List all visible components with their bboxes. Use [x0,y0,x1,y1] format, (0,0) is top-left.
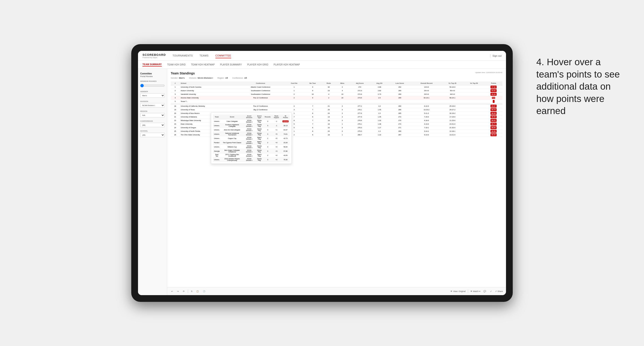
cell-rnds [322,100,336,103]
col-vs-top25: Vs Top 25 [442,81,463,85]
cell-rnds: 30 [322,85,336,89]
sub-nav-player-summary[interactable]: PLAYER SUMMARY [220,63,242,66]
copy-button[interactable]: ⎘ [190,290,193,293]
annotation-text: 4. Hover over a team's points to see add… [536,56,626,117]
cell-avg-sg: 1.32 [371,119,388,122]
table-row[interactable]: 1 University of North Carolina Atlantic … [171,85,502,89]
cell-low-score: 272 [388,115,411,119]
top-nav: SCOREBOARD Powered by clippd TOURNAMENTS… [138,51,506,61]
cell-low-score: 260 [388,104,411,108]
sidebar-title: Committee [140,72,165,75]
cell-points[interactable]: 88.99 [485,130,502,133]
cell-adj-score: 278.3 [349,126,370,130]
cell-rank: 4 [171,96,180,100]
cell-points[interactable]: 88.54 [485,126,502,130]
cell-points[interactable]: 83.07 [485,104,502,108]
cell-points[interactable]: 88.48 [485,115,502,119]
cell-adj-score: 273.5 [349,96,370,100]
tooltip-col-team: Team [213,115,220,119]
cell-wins: 2 [336,85,349,89]
cell-points[interactable]: 88.70 [485,108,502,112]
col-rank: # [171,81,180,85]
filter-conference: Conference: All [232,77,247,79]
col-adj-score: Adj Score [349,81,370,85]
sidebar-school-label: School [140,130,165,132]
cell-points[interactable]: 90.32 [485,93,502,96]
table-row[interactable]: 18 University of California, Berkeley Pa… [171,104,502,108]
cell-low-score: 265 [388,96,411,100]
nav-items: TOURNAMENTS TEAMS COMMITTEE [172,53,490,58]
min-rounds-slider[interactable] [140,84,165,87]
table-row[interactable]: 4 Arizona State University Pac-12 Confer… [171,96,502,100]
cell-no-tour: 9 [304,96,322,100]
cell-no-tour [304,100,322,103]
view-original-button[interactable]: 👁 View: Original [450,290,466,292]
tooltip-col-event: Event [220,115,244,119]
cell-no-tour: 6 [304,133,322,137]
school-select[interactable]: (All) [140,133,165,137]
cell-points[interactable]: 88.41 [485,119,502,122]
cell-points[interactable]: 88.71 [485,122,502,126]
points-tooltip: Team Event Event Division Event Type Rou… [211,113,292,164]
redo-button[interactable]: ↪ [176,290,180,293]
sidebar-division: Division NCAA Division I [140,100,165,108]
nav-committee[interactable]: COMMITTEE [216,53,231,58]
cell-adj-score: 280.7 [349,133,370,137]
sub-nav-team-h2h-heatmap[interactable]: TEAM H2H HEATMAP [191,63,215,66]
table-row[interactable]: 3 Vanderbilt University Southeastern Con… [171,93,502,96]
sub-nav-player-h2h-heatmap[interactable]: PLAYER H2H HEATMAP [274,63,300,66]
sub-nav-player-h2h-grid[interactable]: PLAYER H2H GRID [247,63,268,66]
cell-points[interactable]: 79.5 [485,96,502,100]
cell-vs-top25: 50-10-0 [442,85,463,89]
cell-vs-top25: 12-18-1 [442,130,463,133]
expand-button[interactable]: ⤢ [489,290,493,293]
table-row[interactable]: 5 Texas T... [171,100,502,103]
conference-select[interactable]: (All) [140,123,165,127]
reset-button[interactable]: ⟳ [182,290,186,293]
table-row[interactable]: 19 University of Texas Big 12 Conference… [171,108,502,112]
paste-button[interactable]: 📋 [196,290,200,293]
sub-nav-team-summary[interactable]: TEAM SUMMARY [142,63,162,67]
cell-rnds: 18 [322,119,336,122]
cell-points[interactable]: 97.02 [485,85,502,89]
sign-out-button[interactable]: Sign out [492,54,502,57]
cell-vs-top50 [463,112,485,115]
cell-vs-top50 [463,122,485,126]
table-row[interactable]: 2 Auburn University Southeastern Confere… [171,89,502,93]
watch-button[interactable]: 👁 Watch ▾ [470,290,480,292]
cell-adj-score: 278.1 [349,108,370,112]
cell-wins: 2 [336,112,349,115]
undo-button[interactable]: ↩ [170,290,174,293]
sign-out-area: | Sign out [490,54,502,58]
cell-points[interactable] [485,100,502,103]
cell-wins [336,100,349,103]
cell-overall: 3-14-1 [411,130,442,133]
sidebar-school: School (All) [140,130,165,137]
cell-wins: 0 [336,130,349,133]
cell-vs-top50 [463,85,485,89]
cell-vs-top25: 11-23-0 [442,119,463,122]
cell-points[interactable]: 88.34 [485,133,502,137]
cell-low-score: 267 [388,133,411,137]
nav-tournaments[interactable]: TOURNAMENTS [172,53,193,58]
sub-nav-team-h2h-grid[interactable]: TEAM H2H GRID [167,63,186,66]
cell-vs-top50 [463,100,485,103]
gender-select[interactable]: Men's [140,93,165,98]
cell-vs-top25: 24-31-0 [442,122,463,126]
cell-points[interactable]: 88.49 [485,112,502,115]
comment-button[interactable]: 💬 [483,290,487,293]
tooltip-row: Univers. Cabo Collegiate NCAA Division I… [213,119,290,124]
nav-teams[interactable]: TEAMS [200,53,208,58]
update-time: Update time: 13/03/2024 10:03:42 [475,71,502,73]
cell-adj-score [349,100,370,103]
share-button[interactable]: ↗ Share [495,290,503,292]
cell-conf-no: 2 [285,93,304,96]
division-select[interactable]: NCAA Division I [140,103,165,108]
cell-points[interactable]: 93.31 [485,89,502,93]
clock-button[interactable]: 🕐 [202,290,206,293]
cell-avg-sg: 2.73 [371,93,388,96]
cell-vs-top25: 46-5-0 [442,93,463,96]
cell-wins: 0 [336,119,349,122]
filter-region: Region: All [218,77,228,79]
region-select[interactable]: N/A [140,113,165,117]
